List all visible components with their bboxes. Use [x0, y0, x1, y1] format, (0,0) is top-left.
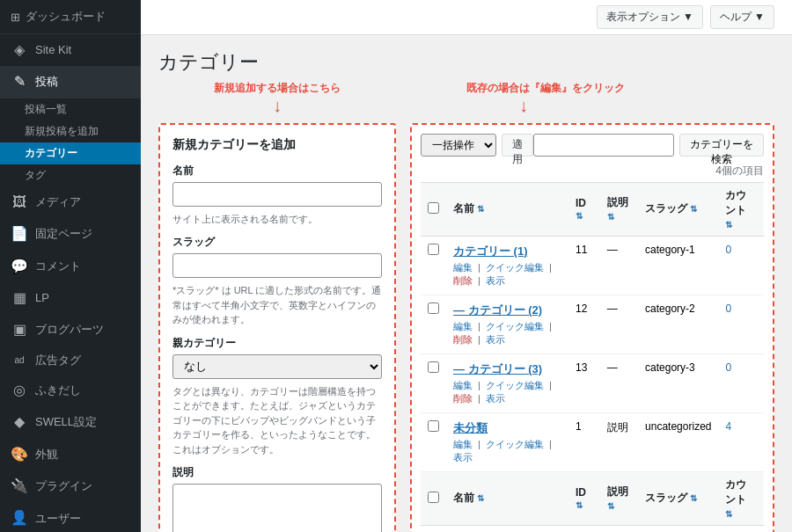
sidebar-item-plugins[interactable]: 🔌 プラグイン — [0, 470, 141, 502]
desc-sort-icon[interactable]: ⇅ — [607, 212, 614, 222]
name-input[interactable] — [172, 182, 382, 207]
row-id: 12 — [568, 295, 600, 353]
slug-sort-icon[interactable]: ⇅ — [690, 204, 697, 214]
action-link[interactable]: クイック編集 — [486, 321, 544, 332]
sidebar-item-appearance[interactable]: 🎨 外観 — [0, 439, 141, 470]
id-sort-icon[interactable]: ⇅ — [576, 211, 583, 221]
select-all-checkbox[interactable] — [428, 202, 439, 214]
action-link[interactable]: 表示 — [453, 452, 473, 463]
description-label: 説明 — [172, 465, 382, 480]
sidebar-label-adtag: 広告タグ — [35, 353, 81, 368]
action-link[interactable]: 削除 — [453, 393, 473, 404]
bulk-action-select-top[interactable]: 一括操作 — [421, 134, 496, 157]
action-link[interactable]: 表示 — [486, 334, 505, 345]
display-option-button[interactable]: 表示オプション ▼ — [597, 5, 703, 29]
category-name-link[interactable]: — カテゴリー (2) — [453, 303, 542, 317]
count-sort-icon[interactable]: ⇅ — [725, 220, 732, 230]
slug-input[interactable] — [172, 253, 382, 278]
sidebar-item-lp[interactable]: ▦ LP — [0, 282, 141, 314]
select-all-checkbox-footer[interactable] — [428, 492, 439, 503]
annotation-left-text: 新規追加する場合はこちら — [214, 82, 341, 94]
action-link[interactable]: 編集 — [453, 439, 473, 449]
sidebar-item-fukidashi[interactable]: ◎ ふきだし — [0, 375, 141, 406]
row-count-link[interactable]: 4 — [725, 420, 731, 433]
row-id: 1 — [568, 412, 600, 471]
row-count-link[interactable]: 0 — [725, 244, 731, 256]
slug-hint: *スラッグ* は URL に適した形式の名前です。通常はすべて半角小文字で、英数… — [172, 283, 382, 327]
name-sort-icon[interactable]: ⇅ — [477, 204, 484, 214]
sidebar-sub-categories[interactable]: カテゴリー — [0, 142, 141, 164]
sidebar: ⊞ ダッシュボード ◈ Site Kit ✎ 投稿 投稿一覧 新規投稿を追加 カ… — [0, 0, 141, 532]
action-link[interactable]: 削除 — [453, 334, 473, 345]
table-toolbar-top: 一括操作 適用 カテゴリーを検索 — [421, 134, 764, 157]
action-link[interactable]: クイック編集 — [486, 439, 544, 449]
sidebar-item-blogparts[interactable]: ▣ ブログパーツ — [0, 314, 141, 346]
col-name-footer: 名前 ⇅ — [446, 471, 568, 525]
sidebar-sub-add-post[interactable]: 新規投稿を追加 — [0, 120, 141, 142]
action-link[interactable]: 表示 — [486, 275, 505, 286]
posts-icon: ✎ — [11, 72, 28, 91]
row-actions: 編集 | クイック編集 | 削除 | 表示 — [453, 320, 561, 346]
sidebar-logo[interactable]: ⊞ ダッシュボード — [0, 0, 141, 34]
media-icon: 🖼 — [11, 193, 28, 212]
action-link[interactable]: クイック編集 — [486, 380, 544, 390]
sidebar-item-users[interactable]: 👤 ユーザー — [0, 502, 141, 532]
row-description: — — [600, 353, 638, 412]
sidebar-sub-posts-list[interactable]: 投稿一覧 — [0, 98, 141, 120]
row-count-link[interactable]: 0 — [725, 361, 731, 374]
parent-select[interactable]: なし — [172, 354, 382, 379]
fukidashi-icon: ◎ — [11, 381, 28, 400]
action-link[interactable]: 編集 — [453, 380, 473, 390]
action-link[interactable]: 表示 — [486, 393, 505, 404]
sitekit-icon: ◈ — [11, 40, 28, 60]
pages-icon: 📄 — [11, 224, 28, 244]
sidebar-label-pages: 固定ページ — [35, 226, 92, 242]
row-count-link[interactable]: 0 — [725, 302, 731, 315]
annotation-right-arrow: ↓ — [466, 96, 774, 116]
row-checkbox[interactable] — [428, 302, 439, 314]
category-table-area: 一括操作 適用 カテゴリーを検索 4個の項目 名前 ⇅ — [410, 123, 774, 532]
row-description: 説明 — [600, 412, 638, 471]
row-checkbox[interactable] — [428, 361, 439, 373]
sidebar-item-posts[interactable]: ✎ 投稿 — [0, 66, 141, 98]
sidebar-logo-label: ダッシュボード — [26, 9, 106, 25]
row-actions: 編集 | クイック編集 | 表示 — [453, 438, 561, 464]
col-name: 名前 ⇅ — [446, 182, 568, 236]
action-link[interactable]: 削除 — [453, 275, 473, 286]
sidebar-item-adtag[interactable]: ad 広告タグ — [0, 346, 141, 375]
name-hint: サイト上に表示される名前です。 — [172, 212, 382, 227]
col-id-footer: ID ⇅ — [568, 471, 600, 525]
category-name-link[interactable]: — カテゴリー (3) — [453, 362, 542, 375]
search-button[interactable]: カテゴリーを検索 — [679, 134, 764, 157]
category-name-link[interactable]: 未分類 — [453, 421, 488, 434]
row-id: 11 — [568, 236, 600, 295]
action-link[interactable]: クイック編集 — [486, 262, 544, 273]
category-name-link[interactable]: カテゴリー (1) — [453, 244, 528, 258]
row-description: — — [600, 295, 638, 353]
action-link[interactable]: 編集 — [453, 262, 473, 273]
sidebar-label-blogparts: ブログパーツ — [35, 322, 104, 338]
bulk-select-top: 一括操作 適用 — [421, 134, 533, 157]
swell-icon: ◆ — [11, 412, 28, 432]
table-row: 未分類編集 | クイック編集 | 表示1説明uncategorized4 — [421, 412, 764, 471]
apply-button-top[interactable]: 適用 — [502, 134, 533, 157]
sidebar-label-users: ユーザー — [35, 511, 81, 527]
row-checkbox[interactable] — [428, 244, 439, 255]
parent-hint: タグとは異なり、カテゴリーは階層構造を持つことができます。たとえば、ジャズという… — [172, 384, 382, 457]
sidebar-item-comments[interactable]: 💬 コメント — [0, 251, 141, 282]
dashboard-icon: ⊞ — [11, 11, 20, 24]
help-button[interactable]: ヘルプ ▼ — [710, 5, 774, 29]
action-link[interactable]: 編集 — [453, 321, 473, 332]
sidebar-item-swell[interactable]: ◆ SWELL設定 — [0, 406, 141, 438]
row-checkbox[interactable] — [428, 420, 439, 432]
blogparts-icon: ▣ — [11, 320, 28, 339]
description-textarea[interactable] — [172, 484, 382, 532]
col-slug: スラッグ ⇅ — [638, 182, 718, 236]
sidebar-sub-tags[interactable]: タグ — [0, 164, 141, 186]
sidebar-item-pages[interactable]: 📄 固定ページ — [0, 218, 141, 250]
sidebar-item-media[interactable]: 🖼 メディア — [0, 186, 141, 218]
col-description-footer: 説明 ⇅ — [600, 471, 638, 525]
category-search-input[interactable] — [533, 134, 674, 157]
table-row: カテゴリー (1)編集 | クイック編集 | 削除 | 表示11—categor… — [421, 236, 764, 295]
sidebar-item-sitekit[interactable]: ◈ Site Kit — [0, 34, 141, 66]
